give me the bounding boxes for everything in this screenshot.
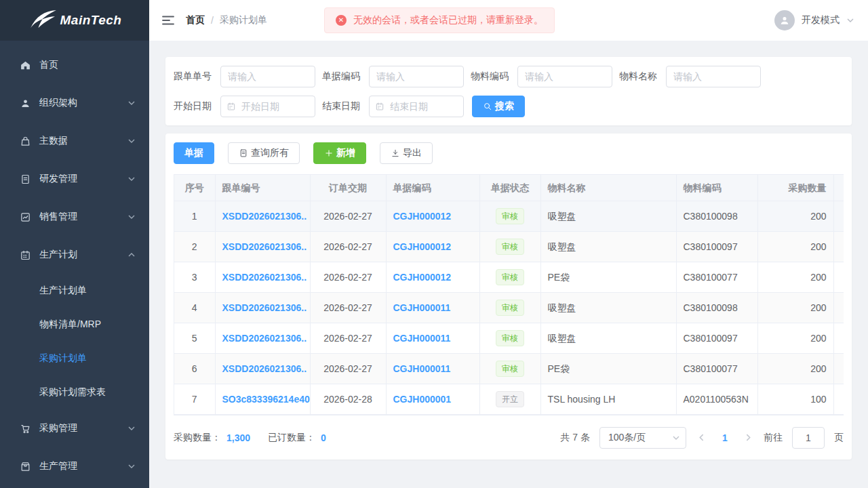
page-size-select[interactable]: 100条/页 — [599, 427, 686, 449]
goto-page-input[interactable] — [792, 427, 825, 449]
sidebar-item-0[interactable]: 首页 — [0, 46, 149, 84]
user-menu[interactable]: 开发模式 — [774, 10, 854, 30]
chevron-down-icon — [127, 137, 136, 145]
filter-field: 开始日期 — [174, 96, 315, 117]
cell-code: A0201100563N — [676, 384, 757, 414]
cell-seq: 7 — [174, 384, 215, 414]
cell-date: 2026-02-27 — [310, 353, 386, 384]
sidebar-item-label: 销售管理 — [39, 211, 127, 223]
chevron-down-icon — [127, 462, 136, 470]
cell-extra — [833, 353, 844, 384]
logo-swoosh-icon — [28, 9, 59, 32]
cell-qty: 200 — [757, 292, 833, 323]
filter-input-1-0[interactable] — [220, 96, 315, 117]
tracking-link[interactable]: XSDD2026021306.. — [222, 272, 307, 283]
filter-input-1-1[interactable] — [369, 96, 464, 117]
doc-link[interactable]: CGJH000001 — [393, 394, 452, 405]
sidebar-item-1[interactable]: 组织架构 — [0, 84, 149, 122]
sidebar-item-2[interactable]: 主数据 — [0, 122, 149, 160]
sidebar-menu: 首页 组织架构 主数据 研发管理 销售管理 生产计划 生产计划单物料清单/MRP… — [0, 41, 149, 488]
cell-status: 审核 — [479, 353, 540, 384]
sidebar-item-4[interactable]: 销售管理 — [0, 198, 149, 236]
cell-seq: 1 — [174, 201, 215, 231]
filter-label: 跟单单号 — [174, 70, 212, 83]
search-button[interactable]: 搜索 — [472, 96, 525, 117]
toolbar-button-3[interactable]: 导出 — [380, 142, 433, 164]
table-row: 5 XSDD2026021306.. 2026-02-27 CGJH000011… — [174, 323, 844, 353]
status-badge: 审核 — [496, 239, 524, 255]
next-page-icon[interactable] — [743, 433, 754, 442]
tracking-link[interactable]: XSDD2026021306.. — [222, 241, 307, 252]
user-icon — [19, 97, 31, 109]
breadcrumb-separator: / — [211, 15, 214, 26]
filter-input-0-1[interactable] — [369, 66, 464, 87]
menu-fold-icon[interactable] — [161, 14, 175, 27]
filter-input-0-3[interactable] — [666, 66, 761, 87]
sidebar-item-5[interactable]: 生产计划 — [0, 236, 149, 274]
cell-code: C380100098 — [676, 201, 757, 231]
tracking-link[interactable]: SO3c833396214e40 — [222, 394, 310, 405]
filter-panel: 跟单单号 单据编码 物料编码 物料名称 开始日期 结束日期 搜索 — [165, 57, 852, 125]
cell-material: 吸塑盘 — [540, 201, 676, 231]
sidebar-subitem-5-0[interactable]: 生产计划单 — [0, 274, 149, 308]
cell-material: TSL housing LH — [540, 384, 676, 414]
cell-tracking: XSDD2026021306.. — [215, 292, 310, 323]
column-header: 采购数量 — [757, 175, 833, 201]
tracking-link[interactable]: XSDD2026021306.. — [222, 302, 307, 313]
status-badge: 审核 — [496, 269, 524, 285]
table-row: 1 XSDD2026021306.. 2026-02-27 CGJH000012… — [174, 201, 844, 231]
cell-extra — [833, 292, 844, 323]
sidebar-item-6[interactable]: 采购管理 — [0, 409, 149, 447]
column-header: 单据状态 — [479, 175, 540, 201]
cell-date: 2026-02-27 — [310, 201, 386, 231]
cell-date: 2026-02-28 — [310, 384, 386, 414]
plus-icon — [324, 148, 334, 158]
cell-tracking: XSDD2026021306.. — [215, 231, 310, 262]
filter-label: 开始日期 — [174, 100, 212, 113]
breadcrumb-home[interactable]: 首页 — [186, 14, 205, 26]
cell-qty: 200 — [757, 353, 833, 384]
tracking-link[interactable]: XSDD2026021306.. — [222, 211, 307, 222]
cell-code: C380100097 — [676, 231, 757, 262]
filter-row-2: 开始日期 结束日期 搜索 — [174, 96, 844, 117]
filter-label: 物料名称 — [619, 70, 657, 83]
doc-link[interactable]: CGJH000011 — [393, 302, 451, 313]
filter-input-0-0[interactable] — [220, 66, 315, 87]
doc-link[interactable]: CGJH000012 — [393, 272, 452, 283]
cell-status: 审核 — [479, 292, 540, 323]
prev-page-icon[interactable] — [696, 433, 707, 442]
filter-field: 跟单单号 — [174, 66, 315, 87]
tracking-link[interactable]: XSDD2026021306.. — [222, 363, 307, 374]
sidebar-subitem-5-3[interactable]: 采购计划需求表 — [0, 375, 149, 409]
logo-text: MainTech — [60, 13, 122, 28]
toolbar-button-2[interactable]: 新增 — [313, 142, 366, 164]
filter-field: 物料编码 — [471, 66, 612, 87]
logo: MainTech — [0, 0, 149, 41]
doc-link[interactable]: CGJH000012 — [393, 211, 452, 222]
toolbar-button-1[interactable]: 查询所有 — [228, 142, 300, 164]
doc-link[interactable]: CGJH000012 — [393, 241, 452, 252]
cell-seq: 5 — [174, 323, 215, 353]
filter-field: 单据编码 — [322, 66, 464, 87]
filter-row-1: 跟单单号 单据编码 物料编码 物料名称 — [174, 66, 844, 87]
filter-input-0-2[interactable] — [517, 66, 612, 87]
cell-status: 审核 — [479, 231, 540, 262]
sidebar-item-3[interactable]: 研发管理 — [0, 160, 149, 198]
cell-extra — [833, 323, 844, 353]
toolbar-button-0[interactable]: 单据 — [174, 142, 214, 164]
column-header: 订单交期 — [310, 175, 386, 201]
doc-link[interactable]: CGJH000011 — [393, 363, 451, 374]
tracking-link[interactable]: XSDD2026021306.. — [222, 333, 307, 344]
sidebar-subitem-5-1[interactable]: 物料清单/MRP — [0, 308, 149, 342]
cell-qty: 200 — [757, 262, 833, 292]
page-number[interactable]: 1 — [717, 432, 733, 443]
sidebar-subitem-5-2[interactable]: 采购计划单 — [0, 342, 149, 375]
status-badge: 审核 — [496, 300, 524, 316]
purchase-qty-label: 采购数量： — [174, 432, 221, 444]
cell-material: 吸塑盘 — [540, 323, 676, 353]
sidebar-item-7[interactable]: 生产管理 — [0, 447, 149, 485]
doc-link[interactable]: CGJH000011 — [393, 333, 451, 344]
ordered-qty-label: 已订数量： — [268, 432, 315, 444]
column-header: 物料编码 — [676, 175, 757, 201]
sidebar-item-label: 生产管理 — [39, 460, 127, 472]
